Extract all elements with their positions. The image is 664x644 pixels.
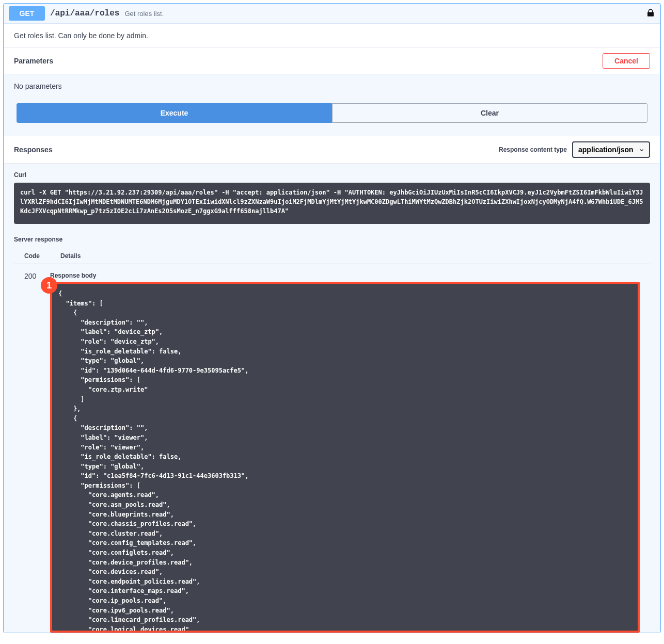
content-type-label: Response content type [499, 146, 567, 153]
clear-button[interactable]: Clear [332, 103, 647, 123]
parameters-header: Parameters Cancel [4, 48, 660, 74]
parameters-title: Parameters [14, 57, 53, 65]
lock-icon[interactable] [646, 8, 655, 19]
curl-command[interactable]: curl -X GET "https://3.21.92.237:29309/a… [14, 183, 650, 224]
response-body-content[interactable]: { "items": [ { "description": "", "label… [50, 282, 640, 633]
method-badge: GET [9, 6, 45, 21]
details-column-header: Details [60, 252, 640, 260]
response-body-label: Response body [50, 272, 640, 279]
endpoint-summary: Get roles list. [124, 10, 164, 18]
no-parameters-text: No parameters [4, 74, 660, 103]
content-type-select[interactable]: application/json [572, 141, 650, 158]
execute-button[interactable]: Execute [17, 103, 332, 123]
opblock-summary[interactable]: GET /api/aaa/roles Get roles list. [4, 4, 660, 24]
opblock-get-roles: GET /api/aaa/roles Get roles list. Get r… [3, 3, 661, 633]
cancel-button[interactable]: Cancel [603, 53, 650, 69]
endpoint-description: Get roles list. Can only be done by admi… [4, 24, 660, 48]
response-row: 200 1 Response body { "items": [ { "desc… [4, 264, 660, 633]
responses-title: Responses [14, 146, 53, 154]
callout-marker: 1 [41, 277, 57, 294]
curl-label: Curl [4, 164, 660, 183]
code-column-header: Code [24, 252, 60, 260]
response-table-header: Code Details [14, 247, 650, 264]
endpoint-path: /api/aaa/roles [50, 9, 119, 18]
server-response-label: Server response [4, 232, 660, 247]
responses-header: Responses Response content type applicat… [4, 136, 660, 164]
response-status-code: 200 [14, 272, 50, 633]
